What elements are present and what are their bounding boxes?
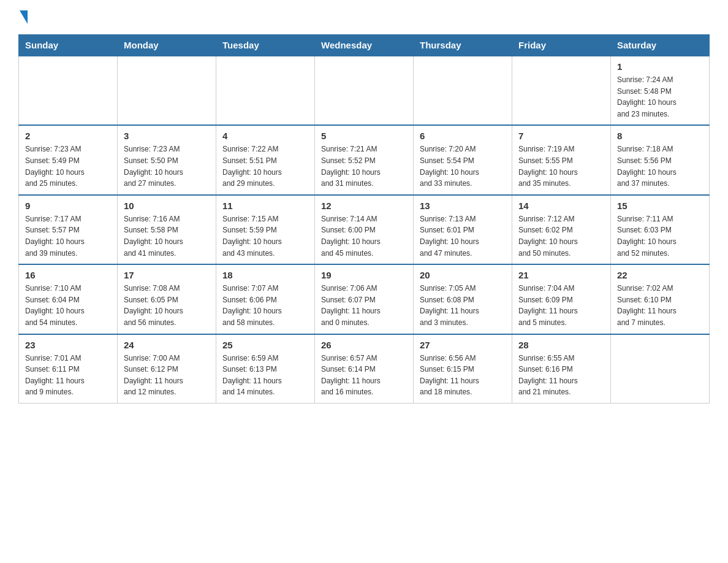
calendar-week-row: 16Sunrise: 7:10 AMSunset: 6:04 PMDayligh… [19, 264, 710, 334]
day-number: 3 [124, 131, 210, 141]
calendar-cell: 3Sunrise: 7:23 AMSunset: 5:50 PMDaylight… [118, 125, 216, 194]
day-number: 23 [25, 340, 111, 350]
day-info: Sunrise: 7:19 AMSunset: 5:55 PMDaylight:… [518, 144, 604, 189]
day-info: Sunrise: 7:16 AMSunset: 5:58 PMDaylight:… [124, 213, 210, 259]
day-info: Sunrise: 7:04 AMSunset: 6:09 PMDaylight:… [518, 283, 604, 328]
calendar-cell: 12Sunrise: 7:14 AMSunset: 6:00 PMDayligh… [315, 195, 414, 264]
day-number: 10 [124, 201, 210, 211]
day-number: 22 [617, 270, 703, 280]
day-info: Sunrise: 7:17 AMSunset: 5:57 PMDaylight:… [25, 213, 111, 259]
calendar-cell [19, 56, 118, 125]
day-info: Sunrise: 7:18 AMSunset: 5:56 PMDaylight:… [617, 144, 703, 189]
day-number: 15 [617, 201, 703, 211]
day-number: 1 [617, 61, 703, 72]
calendar-cell: 4Sunrise: 7:22 AMSunset: 5:51 PMDaylight… [216, 125, 315, 194]
day-number: 18 [222, 270, 308, 280]
calendar-cell: 28Sunrise: 6:55 AMSunset: 6:16 PMDayligh… [512, 334, 611, 404]
logo [18, 12, 28, 23]
calendar-cell [118, 56, 216, 125]
calendar-cell: 6Sunrise: 7:20 AMSunset: 5:54 PMDaylight… [414, 125, 512, 194]
day-number: 27 [420, 340, 506, 350]
calendar-cell [611, 334, 710, 404]
calendar-cell [512, 56, 611, 125]
day-number: 28 [518, 340, 604, 350]
calendar-cell [414, 56, 512, 125]
calendar-cell: 15Sunrise: 7:11 AMSunset: 6:03 PMDayligh… [611, 195, 710, 264]
day-info: Sunrise: 7:11 AMSunset: 6:03 PMDaylight:… [617, 213, 703, 259]
day-info: Sunrise: 7:24 AMSunset: 5:48 PMDaylight:… [617, 74, 703, 120]
calendar-cell [216, 56, 315, 125]
calendar-week-row: 23Sunrise: 7:01 AMSunset: 6:11 PMDayligh… [19, 334, 710, 404]
calendar-cell: 7Sunrise: 7:19 AMSunset: 5:55 PMDaylight… [512, 125, 611, 194]
day-number: 11 [222, 201, 308, 211]
calendar-cell: 21Sunrise: 7:04 AMSunset: 6:09 PMDayligh… [512, 264, 611, 334]
calendar-cell: 19Sunrise: 7:06 AMSunset: 6:07 PMDayligh… [315, 264, 414, 334]
day-number: 16 [25, 270, 111, 280]
day-info: Sunrise: 7:22 AMSunset: 5:51 PMDaylight:… [222, 144, 308, 189]
calendar-cell: 16Sunrise: 7:10 AMSunset: 6:04 PMDayligh… [19, 264, 118, 334]
weekday-header-friday: Friday [512, 35, 611, 56]
day-info: Sunrise: 7:07 AMSunset: 6:06 PMDaylight:… [222, 283, 308, 328]
day-info: Sunrise: 7:13 AMSunset: 6:01 PMDaylight:… [420, 213, 506, 259]
day-info: Sunrise: 7:08 AMSunset: 6:05 PMDaylight:… [124, 283, 210, 328]
weekday-header-thursday: Thursday [414, 35, 512, 56]
calendar-cell: 5Sunrise: 7:21 AMSunset: 5:52 PMDaylight… [315, 125, 414, 194]
calendar-cell: 22Sunrise: 7:02 AMSunset: 6:10 PMDayligh… [611, 264, 710, 334]
calendar-cell: 14Sunrise: 7:12 AMSunset: 6:02 PMDayligh… [512, 195, 611, 264]
day-info: Sunrise: 7:00 AMSunset: 6:12 PMDaylight:… [124, 353, 210, 398]
day-number: 19 [321, 270, 407, 280]
calendar-cell: 23Sunrise: 7:01 AMSunset: 6:11 PMDayligh… [19, 334, 118, 404]
calendar-cell: 17Sunrise: 7:08 AMSunset: 6:05 PMDayligh… [118, 264, 216, 334]
day-number: 12 [321, 201, 407, 211]
calendar-cell: 11Sunrise: 7:15 AMSunset: 5:59 PMDayligh… [216, 195, 315, 264]
calendar-cell: 25Sunrise: 6:59 AMSunset: 6:13 PMDayligh… [216, 334, 315, 404]
day-info: Sunrise: 7:23 AMSunset: 5:50 PMDaylight:… [124, 144, 210, 189]
calendar-cell: 24Sunrise: 7:00 AMSunset: 6:12 PMDayligh… [118, 334, 216, 404]
day-number: 2 [25, 131, 111, 141]
day-number: 21 [518, 270, 604, 280]
day-info: Sunrise: 7:21 AMSunset: 5:52 PMDaylight:… [321, 144, 407, 189]
calendar-header: SundayMondayTuesdayWednesdayThursdayFrid… [19, 35, 710, 56]
calendar-cell: 2Sunrise: 7:23 AMSunset: 5:49 PMDaylight… [19, 125, 118, 194]
day-number: 14 [518, 201, 604, 211]
day-info: Sunrise: 6:59 AMSunset: 6:13 PMDaylight:… [222, 353, 308, 398]
calendar-week-row: 2Sunrise: 7:23 AMSunset: 5:49 PMDaylight… [19, 125, 710, 194]
calendar-cell: 18Sunrise: 7:07 AMSunset: 6:06 PMDayligh… [216, 264, 315, 334]
day-info: Sunrise: 7:01 AMSunset: 6:11 PMDaylight:… [25, 353, 111, 398]
page-header [18, 12, 710, 23]
day-info: Sunrise: 6:55 AMSunset: 6:16 PMDaylight:… [518, 353, 604, 398]
calendar-cell: 9Sunrise: 7:17 AMSunset: 5:57 PMDaylight… [19, 195, 118, 264]
calendar-cell: 27Sunrise: 6:56 AMSunset: 6:15 PMDayligh… [414, 334, 512, 404]
calendar-cell: 8Sunrise: 7:18 AMSunset: 5:56 PMDaylight… [611, 125, 710, 194]
day-info: Sunrise: 6:57 AMSunset: 6:14 PMDaylight:… [321, 353, 407, 398]
day-number: 5 [321, 131, 407, 141]
day-number: 24 [124, 340, 210, 350]
day-info: Sunrise: 7:20 AMSunset: 5:54 PMDaylight:… [420, 144, 506, 189]
calendar-cell: 10Sunrise: 7:16 AMSunset: 5:58 PMDayligh… [118, 195, 216, 264]
day-number: 6 [420, 131, 506, 141]
day-info: Sunrise: 7:06 AMSunset: 6:07 PMDaylight:… [321, 283, 407, 328]
day-number: 7 [518, 131, 604, 141]
day-number: 17 [124, 270, 210, 280]
weekday-header-sunday: Sunday [19, 35, 118, 56]
calendar-cell: 1Sunrise: 7:24 AMSunset: 5:48 PMDaylight… [611, 56, 710, 125]
day-number: 8 [617, 131, 703, 141]
calendar-table: SundayMondayTuesdayWednesdayThursdayFrid… [18, 34, 710, 404]
logo-triangle-icon [20, 10, 28, 24]
day-info: Sunrise: 7:02 AMSunset: 6:10 PMDaylight:… [617, 283, 703, 328]
day-number: 4 [222, 131, 308, 141]
calendar-cell: 13Sunrise: 7:13 AMSunset: 6:01 PMDayligh… [414, 195, 512, 264]
calendar-cell: 20Sunrise: 7:05 AMSunset: 6:08 PMDayligh… [414, 264, 512, 334]
calendar-week-row: 1Sunrise: 7:24 AMSunset: 5:48 PMDaylight… [19, 56, 710, 125]
day-info: Sunrise: 7:14 AMSunset: 6:00 PMDaylight:… [321, 213, 407, 259]
day-info: Sunrise: 7:05 AMSunset: 6:08 PMDaylight:… [420, 283, 506, 328]
weekday-header-monday: Monday [118, 35, 216, 56]
calendar-cell [315, 56, 414, 125]
day-info: Sunrise: 7:10 AMSunset: 6:04 PMDaylight:… [25, 283, 111, 328]
day-info: Sunrise: 7:23 AMSunset: 5:49 PMDaylight:… [25, 144, 111, 189]
weekday-header-saturday: Saturday [611, 35, 710, 56]
day-info: Sunrise: 6:56 AMSunset: 6:15 PMDaylight:… [420, 353, 506, 398]
calendar-body: 1Sunrise: 7:24 AMSunset: 5:48 PMDaylight… [19, 56, 710, 403]
day-number: 9 [25, 201, 111, 211]
day-number: 20 [420, 270, 506, 280]
